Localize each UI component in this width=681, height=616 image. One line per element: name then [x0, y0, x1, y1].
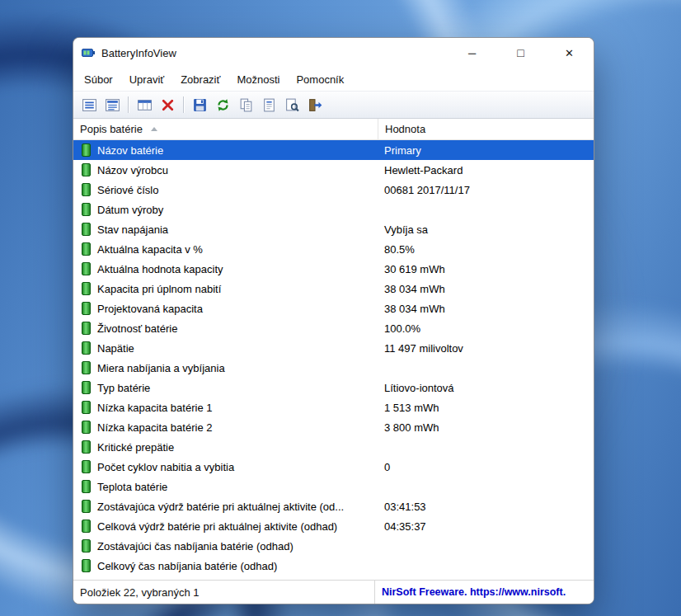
item-description-label: Kritické prepätie: [97, 441, 174, 454]
list-item[interactable]: Stav napájaniaVybíja sa: [73, 219, 594, 239]
item-description-cell: Kapacita pri úplnom nabití: [73, 282, 378, 295]
item-value: 100.0%: [378, 322, 594, 335]
details-view-icon[interactable]: [78, 94, 100, 115]
list-item[interactable]: Napätie11 497 milivoltov: [73, 338, 594, 358]
statusbar: Položiek 22, vybraných 1 NirSoft Freewar…: [73, 580, 594, 604]
list-item[interactable]: Aktuálna kapacita v %80.5%: [73, 239, 594, 259]
item-value: 1 513 mWh: [378, 402, 594, 414]
battery-icon: [82, 203, 91, 216]
item-description-label: Kapacita pri úplnom nabití: [97, 283, 221, 295]
list-item[interactable]: Projektovaná kapacita38 034 mWh: [73, 299, 594, 318]
delete-icon[interactable]: [157, 94, 178, 115]
item-description-label: Aktuálna hodnota kapacity: [97, 263, 223, 275]
item-description-cell: Teplota batérie: [73, 480, 378, 493]
list-item[interactable]: Celková výdrž batérie pri aktuálnej akti…: [73, 516, 594, 536]
list-item[interactable]: Aktuálna hodnota kapacity30 619 mWh: [73, 259, 594, 279]
menu-options[interactable]: Možnosti: [228, 70, 288, 89]
list-item[interactable]: Typ batérieLítiovo-iontová: [73, 378, 594, 397]
desktop-wallpaper: BatteryInfoView ─ □ ✕ Súbor Upraviť Zobr…: [0, 0, 681, 616]
item-value: Primary: [378, 144, 594, 157]
item-description-label: Nízka kapacita batérie 2: [97, 421, 212, 434]
battery-icon: [82, 559, 91, 572]
list-item[interactable]: Dátum výroby: [73, 200, 594, 219]
item-description-label: Miera nabíjania a vybíjania: [97, 362, 225, 374]
list-item[interactable]: Počet cyklov nabitia a vybitia0: [73, 457, 594, 477]
item-value: 04:35:37: [378, 520, 594, 533]
close-button[interactable]: ✕: [545, 38, 594, 68]
choose-columns-icon[interactable]: [134, 94, 155, 115]
battery-icon: [82, 262, 91, 275]
battery-icon: [82, 421, 91, 434]
item-description-cell: Celkový čas nabíjania batérie (odhad): [73, 559, 378, 572]
list-item[interactable]: Nízka kapacita batérie 11 513 mWh: [73, 397, 594, 417]
list-item[interactable]: Kapacita pri úplnom nabití38 034 mWh: [73, 279, 594, 299]
find-icon[interactable]: [281, 94, 303, 115]
item-value: 11 497 milivoltov: [378, 342, 594, 355]
list-item[interactable]: Zostávajúci čas nabíjania batérie (odhad…: [73, 536, 594, 556]
item-description-label: Životnosť batérie: [97, 322, 177, 335]
item-description-cell: Aktuálna kapacita v %: [73, 242, 378, 256]
item-value: Hewlett-Packard: [378, 164, 594, 176]
battery-icon: [82, 460, 91, 473]
minimize-button[interactable]: ─: [448, 38, 496, 68]
column-header-value[interactable]: Hodnota: [378, 119, 594, 139]
status-items-count: Položiek 22, vybraných 1: [73, 581, 374, 604]
item-description-label: Celkový čas nabíjania batérie (odhad): [97, 560, 277, 572]
titlebar[interactable]: BatteryInfoView ─ □ ✕: [73, 38, 594, 68]
list-item[interactable]: Kritické prepätie: [73, 437, 594, 457]
list-item[interactable]: Názov výrobcuHewlett-Packard: [73, 160, 594, 180]
battery-icon: [82, 520, 91, 533]
item-description-label: Celková výdrž batérie pri aktuálnej akti…: [97, 520, 337, 533]
list-item[interactable]: Teplota batérie: [73, 477, 594, 496]
item-value: Lítiovo-iontová: [378, 382, 594, 394]
item-description-label: Názov výrobcu: [97, 164, 168, 176]
menu-file[interactable]: Súbor: [76, 70, 121, 89]
item-description-cell: Dátum výroby: [73, 203, 378, 216]
menubar: Súbor Upraviť Zobraziť Možnosti Pomocník: [73, 68, 594, 91]
battery-info-list: Popis batérie Hodnota Názov batériePrima…: [73, 119, 594, 580]
column-header-description[interactable]: Popis batérie: [73, 119, 378, 139]
report-view-icon[interactable]: [101, 94, 123, 115]
battery-icon: [82, 143, 91, 157]
battery-icon: [82, 302, 91, 315]
copy-icon[interactable]: [235, 94, 256, 115]
list-item[interactable]: Celkový čas nabíjania batérie (odhad): [73, 556, 594, 576]
list-item[interactable]: Životnosť batérie100.0%: [73, 318, 594, 338]
menu-help[interactable]: Pomocník: [288, 70, 352, 89]
item-description-label: Sériové číslo: [97, 184, 158, 196]
save-icon[interactable]: [189, 94, 210, 115]
item-description-cell: Zostávajúci čas nabíjania batérie (odhad…: [73, 539, 378, 553]
list-item[interactable]: Miera nabíjania a vybíjania: [73, 358, 594, 378]
item-description-cell: Nízka kapacita batérie 1: [73, 401, 378, 414]
list-item[interactable]: Sériové číslo00681 2017/11/17: [73, 180, 594, 200]
caption-controls: ─ □ ✕: [448, 38, 594, 68]
menu-view[interactable]: Zobraziť: [172, 70, 228, 89]
list-item[interactable]: Nízka kapacita batérie 23 800 mWh: [73, 417, 594, 437]
list-item[interactable]: Zostávajúca výdrž batérie pri aktuálnej …: [73, 496, 594, 516]
status-items-count-label: Položiek 22, vybraných 1: [80, 586, 200, 599]
app-icon: [82, 46, 96, 60]
battery-icon: [82, 440, 91, 454]
nirsoft-link[interactable]: NirSoft Freeware. https://www.nirsoft.: [382, 586, 566, 598]
sort-ascending-icon: [151, 127, 157, 131]
menu-edit[interactable]: Upraviť: [121, 70, 172, 89]
item-description-label: Počet cyklov nabitia a vybitia: [97, 461, 234, 473]
maximize-button[interactable]: □: [496, 38, 545, 68]
item-description-label: Napätie: [97, 342, 134, 355]
item-description-cell: Miera nabíjania a vybíjania: [73, 361, 378, 374]
battery-icon: [82, 223, 91, 236]
exit-icon[interactable]: [304, 94, 326, 115]
list-item[interactable]: Názov batériePrimary: [73, 140, 594, 160]
battery-icon: [82, 242, 91, 256]
item-value: 30 619 mWh: [378, 263, 594, 275]
properties-icon[interactable]: [258, 94, 279, 115]
list-header: Popis batérie Hodnota: [73, 119, 594, 140]
item-value: 00681 2017/11/17: [378, 184, 594, 196]
window-title: BatteryInfoView: [101, 47, 176, 59]
battery-icon: [82, 322, 91, 335]
item-description-cell: Názov výrobcu: [73, 163, 378, 176]
battery-icon: [82, 282, 91, 295]
batteryinfoview-window: BatteryInfoView ─ □ ✕ Súbor Upraviť Zobr…: [73, 37, 594, 604]
refresh-icon[interactable]: [212, 94, 233, 115]
battery-icon: [82, 381, 91, 394]
